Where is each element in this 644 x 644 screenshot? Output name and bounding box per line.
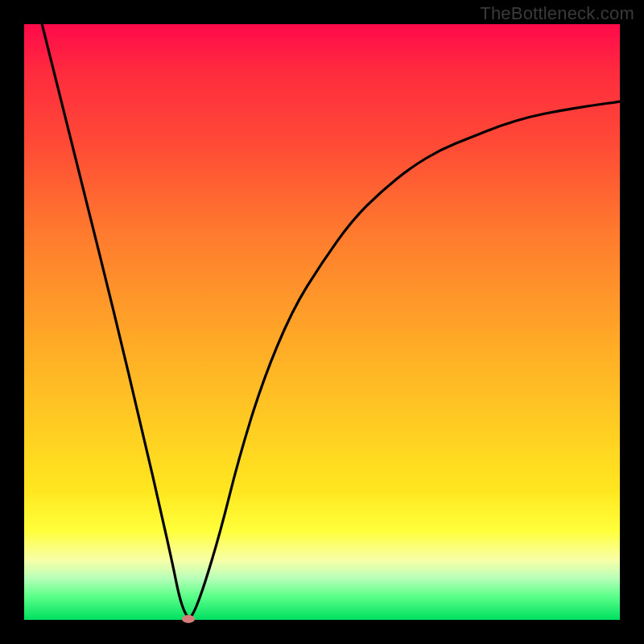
minimum-marker: [182, 615, 195, 623]
watermark-text: TheBottleneck.com: [480, 3, 634, 24]
bottleneck-curve: [24, 24, 620, 620]
chart-frame: TheBottleneck.com: [0, 0, 644, 644]
plot-area: [24, 24, 620, 620]
